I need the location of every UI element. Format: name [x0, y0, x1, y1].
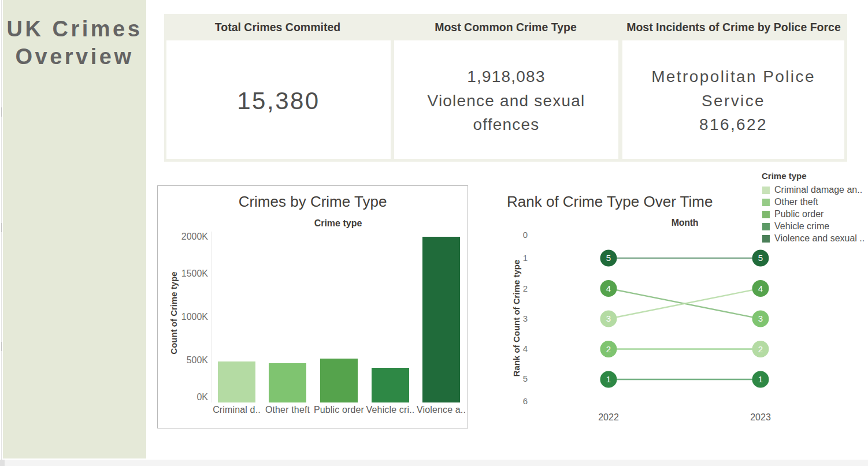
svg-text:4: 4 — [606, 284, 611, 293]
svg-text:3: 3 — [758, 314, 763, 323]
svg-text:5: 5 — [606, 253, 611, 263]
svg-text:1: 1 — [606, 374, 611, 384]
svg-text:5: 5 — [758, 253, 763, 263]
svg-text:1: 1 — [758, 374, 763, 384]
svg-text:2: 2 — [606, 344, 611, 354]
svg-text:2: 2 — [758, 344, 763, 354]
svg-text:4: 4 — [758, 284, 763, 293]
svg-text:3: 3 — [606, 314, 611, 323]
